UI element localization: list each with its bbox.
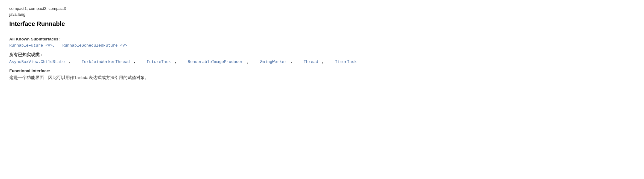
impl-link-renderableimageproducer[interactable]: RenderableImageProducer — [188, 60, 243, 64]
impl-link-swingworker[interactable]: SwingWorker — [260, 60, 287, 64]
implementing-classes-links: AsyncBoxView.ChildState , ForkJoinWorker… — [9, 60, 635, 64]
functional-interface-label: Functional Interface: — [9, 69, 635, 73]
impl-link-thread[interactable]: Thread — [304, 60, 318, 64]
subinterface-link-runnablescheduledfuture[interactable]: RunnableScheduledFuture <V> — [62, 43, 128, 48]
subinterfaces-label: All Known Subinterfaces: — [9, 37, 635, 41]
subinterfaces-section: All Known Subinterfaces: RunnableFuture … — [9, 37, 635, 48]
implementing-classes-label: 所有已知实现类： — [9, 52, 635, 58]
subinterface-link-runnablefuture[interactable]: RunnableFuture <V> — [9, 43, 53, 48]
functional-interface-description: 这是一个功能界面，因此可以用作lambda表达式或方法引用的赋值对象。 — [9, 75, 635, 81]
impl-link-forkjoinworkerthread[interactable]: ForkJoinWorkerThread — [82, 60, 130, 64]
subinterfaces-links: RunnableFuture <V>, RunnableScheduledFut… — [9, 43, 635, 48]
functional-interface-section: Functional Interface: 这是一个功能界面，因此可以用作lam… — [9, 69, 635, 81]
impl-link-asyncboxview[interactable]: AsyncBoxView.ChildState — [9, 60, 65, 64]
package-name: java.lang — [9, 12, 635, 17]
breadcrumb: compact1, compact2, compact3 — [9, 6, 635, 11]
impl-link-timertask[interactable]: TimerTask — [335, 60, 357, 64]
impl-link-futuretask[interactable]: FutureTask — [147, 60, 171, 64]
implementing-classes-section: 所有已知实现类： AsyncBoxView.ChildState , ForkJ… — [9, 52, 635, 64]
interface-title: Interface Runnable — [9, 20, 635, 27]
